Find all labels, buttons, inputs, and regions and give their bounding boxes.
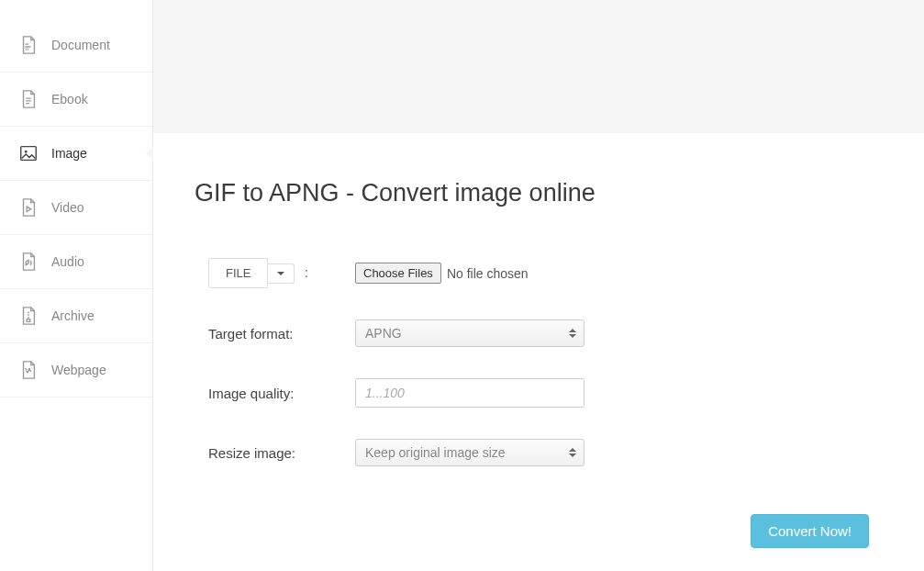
page-title: GIF to APNG - Convert image online <box>195 179 883 207</box>
sidebar-item-label: Webpage <box>51 363 106 377</box>
document-icon: W <box>18 35 39 55</box>
colon-label: : <box>305 264 308 280</box>
sidebar-item-label: Ebook <box>51 92 88 106</box>
file-source-control: FILE : <box>208 258 355 288</box>
convert-button[interactable]: Convert Now! <box>751 514 869 548</box>
target-format-label: Target format: <box>208 326 355 341</box>
sidebar-item-label: Video <box>51 200 84 215</box>
sidebar-item-webpage[interactable]: Webpage <box>0 343 152 397</box>
sidebar-item-label: Audio <box>51 254 84 269</box>
sidebar: W Document Ebook Image Video Au <box>0 0 153 571</box>
select-arrows-icon <box>569 448 576 457</box>
sidebar-item-label: Document <box>51 38 110 52</box>
video-icon <box>18 197 39 218</box>
image-quality-input[interactable] <box>355 378 584 408</box>
sidebar-item-label: Image <box>51 146 87 161</box>
archive-icon <box>18 306 39 326</box>
sidebar-item-audio[interactable]: Audio <box>0 235 152 289</box>
file-dropdown-caret[interactable] <box>268 263 295 284</box>
webpage-icon <box>18 360 39 380</box>
image-icon <box>18 143 39 163</box>
select-arrows-icon <box>569 329 576 338</box>
svg-text:W: W <box>25 47 29 51</box>
content-panel: GIF to APNG - Convert image online FILE … <box>153 133 924 571</box>
audio-icon <box>18 252 39 272</box>
svg-rect-3 <box>27 319 30 322</box>
target-format-value: APNG <box>365 326 402 341</box>
target-format-select[interactable]: APNG <box>355 319 584 347</box>
sidebar-item-archive[interactable]: Archive <box>0 289 152 343</box>
sidebar-item-document[interactable]: W Document <box>0 18 152 73</box>
sidebar-item-ebook[interactable]: Ebook <box>0 73 152 127</box>
resize-image-value: Keep original image size <box>365 445 506 460</box>
file-chosen-status: No file chosen <box>447 266 529 281</box>
image-quality-label: Image quality: <box>208 386 355 401</box>
file-button[interactable]: FILE <box>208 258 268 288</box>
ebook-icon <box>18 89 39 109</box>
sidebar-item-image[interactable]: Image <box>0 127 152 181</box>
svg-rect-1 <box>21 147 37 161</box>
ad-spacer <box>153 0 924 133</box>
resize-image-select[interactable]: Keep original image size <box>355 439 584 466</box>
svg-point-2 <box>25 151 28 153</box>
caret-down-icon <box>277 272 284 275</box>
sidebar-item-video[interactable]: Video <box>0 181 152 235</box>
sidebar-item-label: Archive <box>51 308 95 323</box>
resize-image-label: Resize image: <box>208 445 355 461</box>
choose-files-button[interactable]: Choose Files <box>355 263 441 284</box>
